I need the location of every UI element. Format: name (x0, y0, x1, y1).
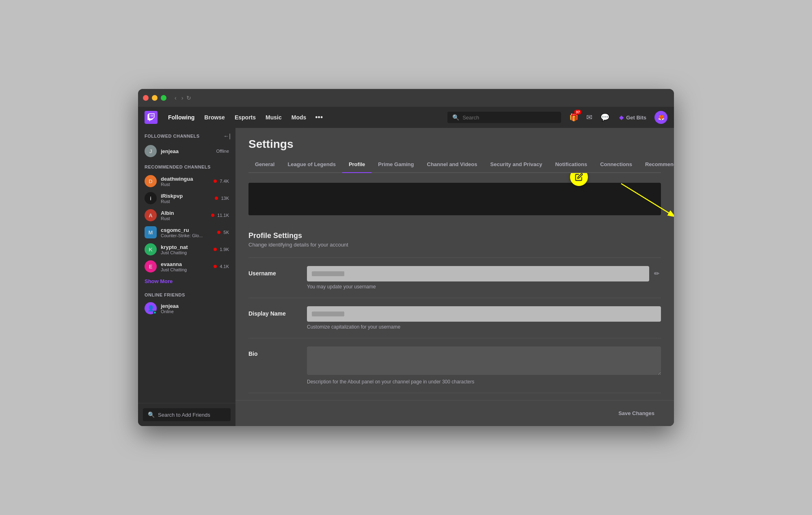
bio-field: Bio Description for the About panel on y… (248, 338, 661, 393)
channel-info-5: evaanna Just Chatting (161, 261, 209, 272)
recommended-channels-header: RECOMMENDED CHANNELS (138, 160, 235, 173)
bits-icon: ◆ (619, 114, 624, 121)
twitch-logo[interactable] (145, 111, 158, 124)
tab-profile[interactable]: Profile (342, 157, 371, 172)
display-name-value-display (307, 306, 661, 322)
online-friends-section: ONLINE FRIENDS 👤 jenjeaa Online (138, 288, 235, 319)
channel-name-2: Albin (161, 210, 207, 216)
search-input[interactable] (462, 115, 556, 121)
tab-prime[interactable]: Prime Gaming (371, 157, 420, 172)
get-bits-button[interactable]: ◆ Get Bits (616, 113, 650, 122)
nav-mods[interactable]: Mods (287, 112, 311, 123)
channel-viewers-3: 5K (217, 230, 229, 235)
friend-item-jenjeaa[interactable]: 👤 jenjeaa Online (145, 301, 229, 316)
settings-header: Settings General League of Legends Profi… (235, 128, 674, 173)
collapse-sidebar-button[interactable]: ←| (223, 133, 231, 139)
recommended-channel-1[interactable]: i iRiskpvp Rust 13K (138, 190, 235, 207)
channel-avatar-1: i (145, 192, 157, 204)
search-friends-button[interactable]: 🔍 Search to Add Friends (143, 408, 231, 421)
main-area: FOLLOWED CHANNELS ←| J jenjeaa Offline R… (138, 128, 674, 426)
friend-avatar-jenjeaa: 👤 (145, 302, 157, 314)
friend-info-jenjeaa: jenjeaa Online (161, 303, 179, 314)
username-input-row: ✏ (307, 266, 661, 281)
minimize-button[interactable] (152, 95, 158, 101)
channel-avatar-4: K (145, 243, 157, 255)
live-dot-3 (217, 231, 220, 234)
pencil-icon (575, 173, 583, 181)
channel-game-0: Rust (161, 182, 209, 187)
channel-avatar-2: A (145, 209, 157, 221)
recommended-channel-0[interactable]: D deathwingua Rust 7.4K (138, 173, 235, 190)
live-dot-0 (214, 180, 217, 183)
traffic-lights (143, 95, 166, 101)
username-label: Username (248, 266, 297, 277)
channel-game-4: Just Chatting (161, 250, 209, 255)
nav-more-button[interactable]: ••• (312, 111, 326, 124)
inbox-button[interactable]: ✉ (585, 111, 594, 123)
maximize-button[interactable] (161, 95, 166, 101)
channel-viewers-4: 1.9K (214, 247, 229, 252)
channel-status-jenjeaa: Offline (216, 149, 229, 154)
live-dot-5 (214, 265, 217, 268)
settings-page: Settings General League of Legends Profi… (235, 128, 674, 426)
save-changes-button[interactable]: Save Changes (612, 407, 661, 420)
nav-music[interactable]: Music (261, 112, 286, 123)
search-icon: 🔍 (452, 114, 459, 121)
username-field: Username ✏ You may update your username (248, 258, 661, 298)
username-help: You may update your username (307, 284, 661, 290)
recommended-channel-3[interactable]: M csgomc_ru Counter-Strike: Glo... 5K (138, 224, 235, 241)
friend-status-jenjeaa: Online (161, 309, 179, 314)
bio-row: Bio Description for the About panel on y… (248, 346, 661, 385)
show-more-button[interactable]: Show More (138, 275, 235, 288)
tab-notifications[interactable]: Notifications (549, 157, 594, 172)
bio-help: Description for the About panel on your … (307, 379, 661, 385)
chat-button[interactable]: 💬 (599, 111, 611, 123)
profile-settings-section: Profile Settings Change identifying deta… (248, 232, 661, 248)
bio-input[interactable] (307, 346, 661, 375)
channel-info-1: iRiskpvp Rust (161, 193, 211, 204)
top-nav: Following Browse Esports Music Mods ••• … (138, 107, 674, 128)
forward-button[interactable]: › (180, 94, 185, 102)
close-button[interactable] (143, 95, 149, 101)
username-edit-button[interactable]: ✏ (652, 268, 661, 279)
online-indicator-jenjeaa (153, 311, 157, 314)
bio-label: Bio (248, 346, 297, 357)
online-friends-title: ONLINE FRIENDS (145, 292, 229, 297)
channel-info-0: deathwingua Rust (161, 176, 209, 187)
nav-browse[interactable]: Browse (200, 112, 229, 123)
notifications-button[interactable]: 🎁 37 (568, 111, 580, 123)
sidebar: FOLLOWED CHANNELS ←| J jenjeaa Offline R… (138, 128, 235, 426)
nav-following[interactable]: Following (164, 112, 199, 123)
settings-title: Settings (248, 138, 661, 151)
channel-game-2: Rust (161, 216, 207, 221)
refresh-button[interactable]: ↻ (186, 95, 191, 101)
channel-viewers-2: 11.1K (211, 213, 229, 218)
recommended-channel-2[interactable]: A Albin Rust 11.1K (138, 207, 235, 224)
username-value-display (307, 266, 649, 281)
tab-connections[interactable]: Connections (594, 157, 639, 172)
tab-channel[interactable]: Channel and Videos (421, 157, 484, 172)
twitch-logo-icon (147, 113, 155, 121)
channel-game-5: Just Chatting (161, 267, 209, 272)
followed-channels-header: FOLLOWED CHANNELS ←| (138, 128, 235, 143)
followed-channel-jenjeaa[interactable]: J jenjeaa Offline (138, 143, 235, 160)
profile-settings-subtitle: Change identifying details for your acco… (248, 242, 661, 248)
channel-name-0: deathwingua (161, 176, 209, 182)
tab-league[interactable]: League of Legends (281, 157, 342, 172)
nav-esports[interactable]: Esports (231, 112, 260, 123)
back-button[interactable]: ‹ (173, 94, 178, 102)
channel-avatar-jenjeaa: J (145, 145, 157, 157)
display-name-blurred (312, 312, 344, 316)
display-name-help: Customize capitalization for your userna… (307, 324, 661, 330)
tab-security[interactable]: Security and Privacy (484, 157, 549, 172)
channel-game-3: Counter-Strike: Glo... (161, 233, 213, 238)
tab-general[interactable]: General (248, 157, 281, 172)
user-avatar[interactable]: 🦊 (654, 111, 667, 124)
notification-badge: 37 (574, 110, 581, 115)
search-friends-text: Search to Add Friends (158, 412, 210, 418)
recommended-channel-5[interactable]: E evaanna Just Chatting 4.1K (138, 258, 235, 275)
recommended-channel-4[interactable]: K krypto_nat Just Chatting 1.9K (138, 241, 235, 258)
tab-recommendations[interactable]: Recommendations (639, 157, 674, 172)
display-name-row: Display Name Customize capitalization fo… (248, 306, 661, 330)
channel-avatar-3: M (145, 226, 157, 238)
